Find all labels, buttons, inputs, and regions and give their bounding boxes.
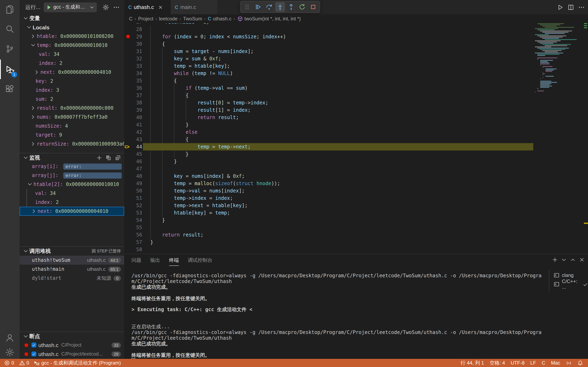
more-icon[interactable] bbox=[578, 4, 585, 10]
code-line-27[interactable]: 27*returnSize = 2; bbox=[124, 23, 588, 25]
watch-row[interactable]: array[j]: error: bbox=[20, 171, 124, 180]
variables-section-header[interactable]: 变量 bbox=[20, 14, 124, 23]
variable-row[interactable]: numsSize: 4 bbox=[20, 122, 124, 131]
breadcrumb-item[interactable]: leetcode bbox=[159, 16, 178, 22]
more-icon[interactable] bbox=[113, 4, 120, 10]
code-line-50[interactable]: 50temp->val = nums[index]; bbox=[124, 187, 588, 194]
debug-step-out-button[interactable] bbox=[286, 2, 296, 12]
breakpoint-row[interactable]: uthash.cC/Project/leetcod...29 bbox=[20, 350, 124, 359]
debug-status-status-item[interactable]: gcc - 生成和调试活动文件 (Program) bbox=[34, 359, 121, 366]
variable-row[interactable]: target: 9 bbox=[20, 131, 124, 140]
variable-row[interactable]: htable: 0x0000000101008200 bbox=[20, 32, 124, 41]
code-line-57[interactable]: 57} bbox=[124, 238, 588, 246]
code-line-36[interactable]: 36if (temp->val == sum) bbox=[124, 84, 588, 92]
variable-row[interactable]: sum: 2 bbox=[20, 95, 124, 104]
stack-frame[interactable]: dyld!start未知源0 bbox=[20, 274, 124, 283]
drag-grip-icon[interactable] bbox=[242, 2, 252, 12]
breadcrumb-item[interactable]: twoSum(int *, int, int, int *) bbox=[237, 16, 301, 22]
collapse-all-icon[interactable] bbox=[115, 155, 121, 161]
code-line-33[interactable]: 33temp = htable[key]; bbox=[124, 62, 588, 69]
error-circle-status-item[interactable]: 0 bbox=[4, 360, 14, 366]
run-debug-icon[interactable]: 1 bbox=[0, 59, 20, 79]
tab-main.c[interactable]: Cmain.c bbox=[171, 0, 217, 14]
code-line-39[interactable]: 39result[1] = index; bbox=[124, 106, 588, 114]
status-item[interactable]: C bbox=[542, 360, 545, 366]
status-item[interactable]: LF bbox=[530, 360, 536, 366]
close-panel-icon[interactable] bbox=[579, 257, 585, 263]
terminal-list-item[interactable]: C/C++: ... bbox=[554, 280, 588, 289]
add-expression-icon[interactable] bbox=[96, 155, 102, 161]
breadcrumb-item[interactable]: Cuthash.c bbox=[208, 16, 232, 22]
code-line-42[interactable]: 42else bbox=[124, 128, 588, 136]
code-line-47[interactable]: 47 bbox=[124, 165, 588, 172]
watch-row[interactable]: htable[2]: 0x0000600000010010 bbox=[20, 180, 124, 189]
stack-frame[interactable]: uthash!twoSumuthash.c44:1 bbox=[20, 256, 124, 265]
code-line-40[interactable]: 40return result; bbox=[124, 114, 588, 121]
callstack-section-header[interactable]: 调用堆栈 因 STEP 已暂停 bbox=[20, 247, 124, 256]
tab-uthash.c[interactable]: Cuthash.c bbox=[124, 0, 171, 14]
breadcrumb-item[interactable]: C bbox=[129, 16, 132, 22]
explorer-icon[interactable] bbox=[0, 0, 20, 19]
start-debug-icon[interactable] bbox=[46, 4, 52, 10]
code-line-45[interactable]: 45} bbox=[124, 150, 588, 158]
code-line-31[interactable]: 31sum = target - nums[index]; bbox=[124, 48, 588, 55]
code-line-54[interactable]: 54} bbox=[124, 216, 588, 224]
run-icon[interactable] bbox=[557, 4, 563, 10]
code-line-37[interactable]: 37{ bbox=[124, 92, 588, 99]
code-line-49[interactable]: 49temp = malloc(sizeof(struct hnode)); bbox=[124, 180, 588, 187]
watch-row[interactable]: array[i]: error: bbox=[20, 162, 124, 171]
status-item[interactable]: Mac bbox=[551, 360, 560, 366]
code-line-30[interactable]: 30{ bbox=[124, 40, 588, 48]
code-line-52[interactable]: 52temp->next = htable[key]; bbox=[124, 202, 588, 209]
watch-row[interactable]: next: 0x0000600000004010 bbox=[20, 207, 124, 216]
panel-tab-输出[interactable]: 输出 bbox=[150, 254, 160, 266]
variable-row[interactable]: next: 0x0000600000004010 bbox=[20, 68, 124, 77]
variable-row[interactable]: index: 2 bbox=[20, 59, 124, 68]
variable-row[interactable]: returnSize: 0x00000001000903a0 bbox=[20, 140, 124, 149]
panel-tab-终端[interactable]: 终端 bbox=[169, 254, 179, 266]
code-line-43[interactable]: 43{ bbox=[124, 136, 588, 143]
code-viewport[interactable]: 27*returnSize = 2;2829for (index = 0; in… bbox=[124, 23, 588, 253]
panel-tab-调试控制台[interactable]: 调试控制台 bbox=[188, 254, 212, 266]
debug-continue-button[interactable] bbox=[253, 2, 263, 12]
bell-icon[interactable] bbox=[577, 360, 583, 366]
variable-row[interactable]: val: 34 bbox=[20, 50, 124, 59]
code-line-29[interactable]: 29for (index = 0; index < numsSize; inde… bbox=[124, 33, 588, 40]
debug-restart-button[interactable] bbox=[297, 2, 307, 12]
breakpoints-section-header[interactable]: 断点 bbox=[20, 332, 124, 341]
warning-triangle-status-item[interactable]: 0 bbox=[19, 360, 29, 366]
close-all-icon[interactable] bbox=[106, 155, 112, 161]
code-line-58[interactable]: 58 bbox=[124, 246, 588, 253]
minimap[interactable] bbox=[535, 23, 570, 97]
watch-row[interactable]: index: 2 bbox=[20, 198, 124, 207]
extensions-icon[interactable] bbox=[0, 79, 20, 99]
split-editor-icon[interactable] bbox=[568, 4, 574, 10]
breadcrumb[interactable]: C›Project›leetcode›TwoSum›Cuthash.c›twoS… bbox=[124, 14, 588, 23]
breadcrumb-item[interactable]: TwoSum bbox=[183, 16, 202, 22]
add-terminal-icon[interactable] bbox=[552, 257, 558, 263]
gear-icon[interactable] bbox=[103, 4, 109, 10]
debug-stop-button[interactable] bbox=[308, 2, 318, 12]
code-line-56[interactable]: 56return result; bbox=[124, 231, 588, 238]
code-line-38[interactable]: 38result[0] = temp->index; bbox=[124, 99, 588, 106]
status-item[interactable]: UTF-8 bbox=[511, 360, 525, 366]
code-line-53[interactable]: 53htable[key] = temp; bbox=[124, 209, 588, 216]
code-line-28[interactable]: 28 bbox=[124, 25, 588, 33]
debug-config-dropdown[interactable]: gcc - 生成和调试 bbox=[44, 2, 97, 12]
variable-row[interactable]: result: 0x000060000000c000 bbox=[20, 104, 124, 113]
code-line-55[interactable]: 55 bbox=[124, 224, 588, 231]
code-line-46[interactable]: 46} bbox=[124, 158, 588, 165]
source-control-icon[interactable] bbox=[0, 39, 20, 59]
breadcrumb-item[interactable]: Project bbox=[138, 16, 154, 22]
variable-row[interactable]: key: 2 bbox=[20, 77, 124, 86]
watch-row[interactable]: val: 34 bbox=[20, 189, 124, 198]
code-line-44[interactable]: 44temp = temp->next; bbox=[124, 143, 588, 150]
variable-row[interactable]: index: 3 bbox=[20, 86, 124, 95]
broadcast-icon[interactable] bbox=[566, 360, 572, 366]
variables-scope-locals[interactable]: Locals bbox=[20, 23, 124, 32]
status-item[interactable]: 空格: 4 bbox=[490, 359, 505, 366]
variable-row[interactable]: nums: 0x00007ff7bfeff3a0 bbox=[20, 113, 124, 122]
debug-step-over-button[interactable] bbox=[264, 2, 274, 12]
status-item[interactable]: 行 44, 列 1 bbox=[461, 359, 484, 366]
watch-section-header[interactable]: 监视 bbox=[20, 153, 124, 162]
